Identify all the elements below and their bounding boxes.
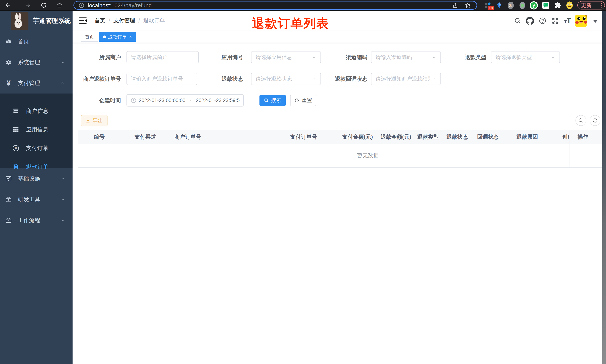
font-size-icon[interactable]: TT	[561, 15, 574, 27]
tag-home[interactable]: 首页	[81, 32, 98, 42]
breadcrumb-separator: /	[138, 18, 140, 24]
search-button[interactable]: 搜索	[260, 95, 286, 106]
url-path: :1024/pay/refund	[110, 2, 152, 8]
chevron-down-icon	[551, 55, 555, 60]
browser-update-button[interactable]: 更新	[577, 1, 605, 10]
extension-y-icon[interactable]: y	[529, 1, 539, 10]
merchant-refund-no-input[interactable]: 请输入商户退款订单号	[127, 73, 197, 85]
channel-select[interactable]: 请输入渠道编码	[371, 51, 441, 63]
header-search-icon[interactable]	[512, 15, 524, 27]
chevron-down-icon	[312, 55, 316, 60]
fullscreen-icon[interactable]	[549, 15, 561, 27]
sidebar-item-workflow[interactable]: 工作流程	[0, 210, 73, 231]
svg-text:y: y	[533, 3, 535, 8]
tag-label: 退款订单	[108, 34, 127, 40]
breadcrumb: 首页 / 支付管理 / 退款订单	[94, 11, 165, 31]
briefcase-icon	[5, 217, 12, 224]
main-content: 首页 / 支付管理 / 退款订单 TT 退款订单列表 首页	[73, 11, 606, 364]
extension-gray-circle-icon[interactable]	[517, 1, 527, 10]
sidebar-submenu-pay: 商户信息 应用信息 ¥ 支付订单 退款订单	[0, 93, 73, 168]
app-title: 芋道管理系统	[33, 11, 71, 31]
site-info-icon[interactable]	[79, 2, 84, 8]
gear-icon	[5, 59, 12, 66]
sidebar-item-infra[interactable]: 基础设施	[0, 168, 73, 189]
breadcrumb-pay[interactable]: 支付管理	[113, 17, 135, 24]
user-avatar[interactable]	[575, 15, 587, 27]
refund-type-select[interactable]: 请选择退款类型	[491, 51, 560, 63]
empty-state-text: 暂无数据	[357, 152, 379, 159]
merchant-select[interactable]: 请选择所属商户	[127, 51, 199, 63]
sidebar-item-pay-order[interactable]: ¥ 支付订单	[0, 139, 73, 157]
col-pay-order-no: 支付订单号	[290, 130, 317, 144]
chevron-down-icon	[312, 77, 316, 81]
placeholder: 请选择所属商户	[131, 54, 167, 61]
toggle-search-button[interactable]	[576, 115, 586, 126]
bookmark-star-icon[interactable]	[465, 2, 471, 9]
tag-close-icon[interactable]: ×	[129, 34, 132, 39]
extension-tabs-icon[interactable]: 10	[483, 1, 493, 10]
sidebar-item-label: 基础设施	[18, 175, 40, 182]
extension-emoji-icon[interactable]	[565, 1, 574, 10]
export-button[interactable]: 导出	[81, 115, 107, 126]
annotation-title: 退款订单列表	[252, 15, 329, 32]
callback-status-select[interactable]: 请选择通知商户退款结果的回调状态	[371, 73, 441, 85]
placeholder: 请输入渠道编码	[376, 54, 412, 61]
avatar-caret-icon[interactable]	[593, 20, 597, 23]
yen-icon: ¥	[5, 80, 12, 86]
sidebar-item-home[interactable]: 首页	[0, 31, 73, 52]
share-icon[interactable]	[452, 2, 458, 8]
reset-button[interactable]: 重置	[290, 95, 316, 106]
svg-text:⌘: ⌘	[509, 3, 513, 8]
placeholder: 请选择退款状态	[256, 75, 292, 82]
browser-home-icon[interactable]	[56, 1, 63, 9]
sidebar-item-pay[interactable]: ¥ 支付管理	[0, 73, 73, 93]
refresh-table-button[interactable]	[590, 115, 600, 126]
browser-menu-icon[interactable]	[601, 3, 602, 8]
sidebar-item-app-info[interactable]: 应用信息	[0, 120, 73, 139]
filter-label-merchant-refund-no: 商户退款订单号	[74, 76, 121, 82]
active-dot	[103, 36, 106, 38]
filter-label-channel: 渠道编码	[330, 54, 367, 60]
refund-status-select[interactable]: 请选择退款状态	[251, 73, 321, 85]
help-icon[interactable]	[536, 15, 549, 27]
filter-label-refund-status: 退款状态	[206, 76, 243, 82]
browser-reload-icon[interactable]	[40, 1, 47, 9]
app-select[interactable]: 请选择应用信息	[251, 51, 321, 63]
sidebar-item-label: 支付订单	[26, 144, 48, 152]
extension-command-icon[interactable]: ⌘	[506, 1, 516, 10]
url-bar[interactable]: localhost:1024/pay/refund	[73, 1, 477, 10]
filter-label-merchant: 所属商户	[84, 54, 121, 60]
github-icon[interactable]	[524, 15, 536, 27]
chevron-down-icon	[60, 197, 65, 202]
sidebar-logo[interactable]: 芋道管理系统	[0, 11, 73, 31]
filter-label-create-time: 创建时间	[84, 98, 121, 103]
breadcrumb-home[interactable]: 首页	[94, 17, 105, 24]
date-end-value: 2022-01-23 23:59:59	[196, 98, 240, 103]
browser-forward-icon[interactable]	[24, 1, 32, 9]
logo-avatar	[11, 12, 28, 30]
clock-icon	[131, 97, 136, 103]
extension-kite-icon[interactable]	[494, 1, 504, 10]
sidebar-item-merchant-info[interactable]: 商户信息	[0, 102, 73, 120]
chevron-down-icon	[432, 77, 436, 81]
sidebar-item-label: 首页	[18, 38, 29, 45]
extensions-puzzle-icon[interactable]	[553, 1, 563, 10]
filter-label-app: 应用编号	[206, 54, 243, 60]
placeholder: 请选择应用信息	[256, 54, 292, 61]
browser-back-icon[interactable]	[4, 1, 12, 9]
url-host: localhost	[88, 2, 110, 8]
extension-badge: 10	[488, 6, 494, 10]
sidebar-item-dev-tools[interactable]: 研发工具	[0, 189, 73, 210]
tag-refund-order[interactable]: 退款订单 ×	[99, 32, 136, 42]
col-refund-type: 退款类型	[417, 130, 439, 144]
chevron-down-icon	[60, 60, 65, 65]
breadcrumb-separator: /	[109, 18, 110, 24]
sidebar: 芋道管理系统 首页 系统管理 ¥ 支付管理 商户信息 应用信息	[0, 11, 73, 364]
sidebar-item-label: 应用信息	[26, 126, 48, 133]
sidebar-fold-icon[interactable]	[79, 17, 88, 25]
extension-chat-icon[interactable]	[541, 1, 551, 10]
yen-circle-icon: ¥	[12, 145, 19, 152]
create-time-range-picker[interactable]: 2022-01-23 00:00:00 - 2022-01-23 23:59:5…	[127, 94, 244, 106]
browser-chrome: localhost:1024/pay/refund 10 ⌘ y 更新	[0, 0, 606, 11]
sidebar-item-system[interactable]: 系统管理	[0, 52, 73, 73]
